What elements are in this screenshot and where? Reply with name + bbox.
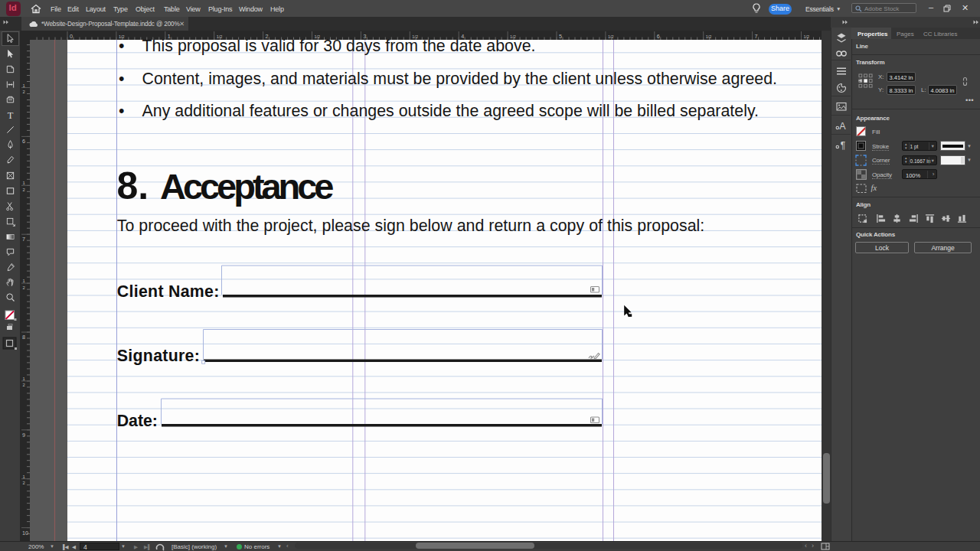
svg-text:1/2: 1/2 — [119, 34, 125, 39]
svg-text:2: 2 — [23, 383, 25, 387]
svg-text:1/2: 1/2 — [315, 34, 321, 39]
svg-text:6: 6 — [22, 138, 25, 145]
svg-text:¶: ¶ — [841, 140, 845, 151]
svg-text:To proceed with the project, p: To proceed with the project, please sign… — [117, 217, 705, 235]
svg-text:2: 2 — [266, 33, 269, 40]
svg-text:Client Name:: Client Name: — [117, 282, 219, 301]
svg-text:1/2: 1/2 — [706, 34, 712, 39]
svg-text:8: 8 — [22, 334, 25, 341]
svg-text:5: 5 — [559, 33, 562, 40]
svg-text:1: 1 — [23, 279, 25, 283]
svg-text:1: 1 — [23, 377, 25, 381]
svg-text:1/2: 1/2 — [412, 34, 418, 39]
svg-text:•: • — [119, 70, 124, 88]
svg-text:T: T — [7, 109, 13, 120]
svg-text:9: 9 — [22, 432, 25, 439]
svg-text:A: A — [839, 121, 846, 132]
svg-text:7: 7 — [22, 236, 25, 243]
svg-text:7: 7 — [755, 33, 758, 40]
svg-text:1: 1 — [168, 33, 171, 40]
svg-text:8.: 8. — [117, 165, 149, 207]
svg-text:2: 2 — [23, 187, 25, 192]
svg-text:1/2: 1/2 — [804, 34, 810, 39]
svg-text:This proposal is valid for 30: This proposal is valid for 30 days from … — [142, 40, 536, 55]
svg-text:Signature:: Signature: — [117, 347, 200, 365]
svg-text:2: 2 — [23, 481, 25, 485]
svg-text:2: 2 — [23, 285, 25, 290]
svg-text:1/2: 1/2 — [510, 34, 516, 39]
svg-text:1: 1 — [23, 181, 25, 185]
svg-text:1/2: 1/2 — [217, 34, 223, 39]
svg-text:Acceptance: Acceptance — [160, 166, 335, 207]
svg-text:0: 0 — [70, 33, 73, 40]
svg-text:1: 1 — [23, 474, 25, 479]
svg-text:Date:: Date: — [117, 412, 158, 430]
svg-text:•: • — [119, 102, 124, 120]
svg-text:2: 2 — [23, 90, 25, 94]
svg-text:6: 6 — [657, 33, 660, 40]
svg-text:3: 3 — [363, 33, 366, 40]
svg-text:•: • — [119, 40, 124, 55]
svg-text:4: 4 — [461, 33, 464, 40]
svg-text:10: 10 — [22, 530, 28, 536]
svg-text:1: 1 — [23, 83, 25, 88]
svg-text:1/2: 1/2 — [608, 34, 614, 39]
svg-text:Content, images, and materials: Content, images, and materials must be p… — [142, 70, 778, 88]
svg-text:Any additional features or cha: Any additional features or changes outsi… — [142, 102, 760, 120]
